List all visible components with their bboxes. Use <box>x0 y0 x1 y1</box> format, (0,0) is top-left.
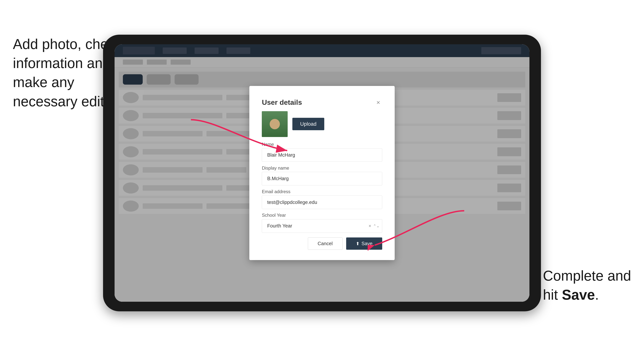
photo-thumbnail <box>262 111 288 137</box>
upload-photo-button[interactable]: Upload <box>292 118 324 130</box>
name-label: Name <box>262 142 382 147</box>
display-name-input[interactable] <box>262 172 382 185</box>
user-details-modal: User details × Upload Name <box>249 86 394 260</box>
name-input[interactable] <box>262 148 382 162</box>
school-year-clear-icon[interactable]: × <box>368 223 371 229</box>
school-year-wrapper: × ⌃⌄ <box>262 219 382 233</box>
app-background: User details × Upload Name <box>114 44 529 302</box>
photo-person-image <box>262 111 288 137</box>
photo-section: Upload <box>262 111 382 137</box>
save-icon: ⬆ <box>356 241 360 246</box>
school-year-controls: × ⌃⌄ <box>368 223 380 229</box>
tablet-device: User details × Upload Name <box>103 35 541 312</box>
school-year-field-group: School Year × ⌃⌄ <box>262 213 382 233</box>
modal-overlay: User details × Upload Name <box>114 44 529 302</box>
school-year-label: School Year <box>262 213 382 218</box>
school-year-input[interactable] <box>262 219 382 233</box>
save-button[interactable]: ⬆ Save <box>346 237 382 250</box>
tablet-screen: User details × Upload Name <box>114 44 529 302</box>
email-input[interactable] <box>262 195 382 209</box>
modal-footer: Cancel ⬆ Save <box>262 237 382 250</box>
modal-header: User details × <box>262 98 382 107</box>
save-label: Save <box>362 241 372 246</box>
modal-title: User details <box>262 98 302 107</box>
scene: Add photo, check information and make an… <box>0 0 644 346</box>
cancel-button[interactable]: Cancel <box>308 237 342 250</box>
annotation-right: Complete and hit Save. <box>543 266 631 305</box>
modal-close-button[interactable]: × <box>374 99 382 106</box>
name-field-group: Name <box>262 142 382 162</box>
display-name-field-group: Display name <box>262 166 382 185</box>
email-label: Email address <box>262 189 382 194</box>
school-year-arrows-icon[interactable]: ⌃⌄ <box>373 224 380 228</box>
display-name-label: Display name <box>262 166 382 171</box>
email-field-group: Email address <box>262 189 382 209</box>
